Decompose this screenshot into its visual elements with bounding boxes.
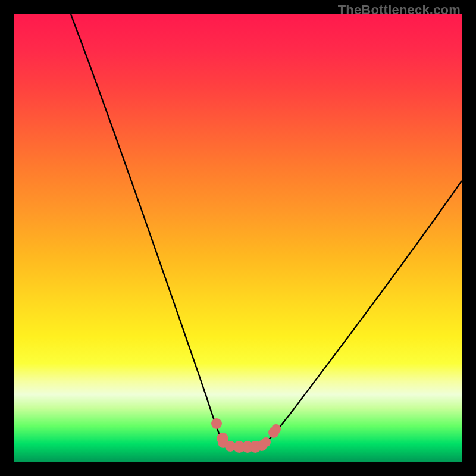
bottleneck-curve <box>71 14 462 447</box>
plot-area <box>14 14 462 462</box>
highlight-markers <box>211 418 281 453</box>
marker-dot <box>261 437 271 447</box>
marker-dot <box>271 424 281 434</box>
chart-svg <box>14 14 462 462</box>
chart-frame: TheBottleneck.com <box>0 0 476 476</box>
marker-dot <box>211 418 222 429</box>
